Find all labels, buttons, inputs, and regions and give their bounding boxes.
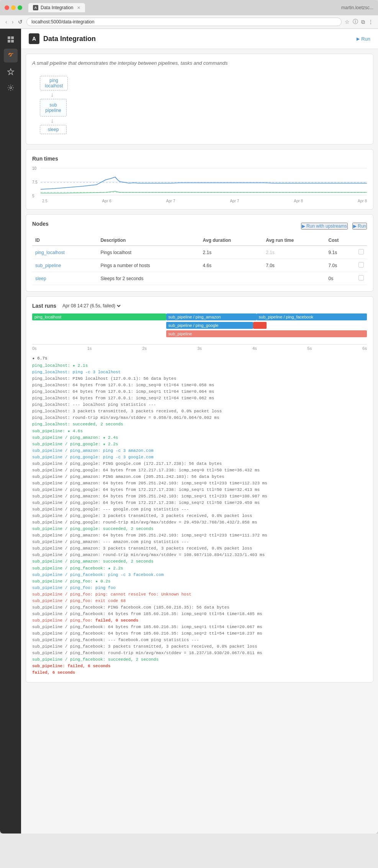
node-desc-ping-localhost: Pings localhost <box>97 246 200 259</box>
address-bar[interactable]: localhost:5000/data-integration <box>26 18 342 26</box>
page-title: Data Integration <box>43 35 96 43</box>
log-line-exit-code: sub_pipeline / ping_foo: exit code 68 <box>32 598 367 604</box>
nodes-run-button[interactable]: ▶ Run <box>352 223 367 230</box>
log-total-time: ★ 6.7s <box>32 355 367 362</box>
header-left: A Data Integration <box>29 33 96 44</box>
svg-marker-4 <box>8 69 14 75</box>
pipeline-arrow-2: ↓ <box>51 117 54 124</box>
log-line: ping_localhost: 3 packets transmitted, 3… <box>32 408 367 415</box>
svg-rect-0 <box>8 36 10 39</box>
log-line: sub_pipeline / ping_facebook: 64 bytes f… <box>32 611 367 617</box>
main-content: A Data Integration ▶ Run A small pipelin… <box>21 29 378 834</box>
sidebar-icon-star[interactable] <box>4 65 18 79</box>
timeline-bar-ping-amazon: sub_pipeline / ping_amazon <box>166 313 257 320</box>
run-selector[interactable]: Apr 08 14:27 (6.5s, failed) <box>61 303 122 309</box>
col-cost: Cost <box>326 235 355 246</box>
sidebar <box>0 29 21 834</box>
last-runs-title: Last runs <box>32 303 56 309</box>
log-line: sub_pipeline / ping_google: 64 bytes fro… <box>32 467 367 474</box>
run-times-title: Run times <box>32 156 367 162</box>
extensions-icon[interactable]: ⧉ <box>361 19 365 25</box>
info-icon[interactable]: ⓘ <box>353 18 358 25</box>
maximize-button[interactable] <box>18 5 22 10</box>
pipeline-node-ping-localhost[interactable]: pinglocalhost <box>40 76 68 90</box>
log-line-foo-error: sub_pipeline / ping_foo: ping: cannot re… <box>32 591 367 598</box>
node-cb-sleep[interactable] <box>355 272 367 285</box>
run-button[interactable]: ▶ Run <box>357 36 370 42</box>
log-section: ★ 6.7s ping_localhost: ★ 2.1s ping_local… <box>32 355 367 676</box>
nodes-header: Nodes ▶ Run with upstreams ▶ Run <box>32 221 367 231</box>
sidebar-icon-grid[interactable] <box>4 33 18 46</box>
node-id-ping-localhost[interactable]: ping_localhost <box>32 246 97 259</box>
back-button[interactable]: ‹ <box>5 18 8 26</box>
run-times-chart <box>41 166 367 197</box>
log-line: ping_localhost: 64 bytes from 127.0.0.1:… <box>32 382 367 389</box>
pipeline-section: A small pipeline that demonstrates the i… <box>26 54 373 144</box>
nodes-run-label: Run <box>358 223 366 229</box>
log-line-foo-failed: sub_pipeline / ping_foo: failed, 0 secon… <box>32 617 367 624</box>
timeline-bar-ping-facebook: sub_pipeline / ping_facebook <box>257 313 367 320</box>
bookmark-icon[interactable]: ☆ <box>345 19 350 25</box>
run-with-upstreams-button[interactable]: ▶ Run with upstreams <box>301 223 348 230</box>
node-avg-dur-sub-pipeline: 4.6s <box>200 259 263 272</box>
log-line: sub_pipeline / ping_facebook: ping -c 3 … <box>32 572 367 578</box>
log-line: sub_pipeline / ping_google: ★ 2.2s <box>32 441 367 448</box>
table-row: sub_pipeline Pings a number of hosts 4.6… <box>32 259 367 272</box>
log-line: sub_pipeline / ping_facebook: --- facebo… <box>32 637 367 643</box>
axis-3s: 3s <box>197 346 202 351</box>
node-cb-sub-pipeline[interactable] <box>355 259 367 272</box>
table-header-row: ID Description Avg duration Avg run time… <box>32 235 367 246</box>
log-line: sub_pipeline / ping_facebook: round-trip… <box>32 650 367 656</box>
node-id-sub-pipeline[interactable]: sub_pipeline <box>32 259 97 272</box>
node-avg-run-sleep <box>263 272 325 285</box>
close-button[interactable] <box>5 5 9 10</box>
log-line: sub_pipeline / ping_amazon: ★ 2.4s <box>32 435 367 441</box>
chart-x-5: Apr 8 <box>358 199 367 203</box>
browser-user: martin.loetzsc... <box>341 5 373 10</box>
log-line-final-failed: failed, 6 seconds <box>32 669 367 676</box>
log-line: sub_pipeline / ping_google: 3 packets tr… <box>32 513 367 519</box>
log-line: ping_localhost: ping -c 3 localhost <box>32 369 367 376</box>
table-row: sleep Sleeps for 2 seconds 0s <box>32 272 367 285</box>
menu-icon[interactable]: ⋮ <box>368 19 373 25</box>
col-avg-dur: Avg duration <box>200 235 263 246</box>
pipeline-node-sub-pipeline[interactable]: subpipeline <box>40 99 67 116</box>
log-line: ping_localhost: succeeded, 2 seconds <box>32 421 367 428</box>
pipeline-node-sleep[interactable]: sleep <box>40 125 67 134</box>
minimize-button[interactable] <box>11 5 16 10</box>
log-line: sub_pipeline / ping_facebook: succeeded,… <box>32 656 367 663</box>
col-id: ID <box>32 235 97 246</box>
log-line: sub_pipeline / ping_amazon: 64 bytes fro… <box>32 480 367 487</box>
log-line: sub_pipeline / ping_amazon: ping -c 3 am… <box>32 448 367 454</box>
nodes-section: Nodes ▶ Run with upstreams ▶ Run <box>26 214 373 292</box>
axis-1s: 1s <box>87 346 92 351</box>
log-line: sub_pipeline: ★ 4.6s <box>32 428 367 435</box>
node-cost-sub-pipeline: 7.0s <box>326 259 355 272</box>
log-line: ping_localhost: ★ 2.1s <box>32 363 367 369</box>
bar-label: sub_pipeline / ping_amazon <box>169 315 221 319</box>
node-cb-ping-localhost[interactable] <box>355 246 367 259</box>
axis-2s: 2s <box>142 346 147 351</box>
node-id-sleep[interactable]: sleep <box>32 272 97 285</box>
log-line: sub_pipeline / ping_google: PING google.… <box>32 461 367 467</box>
col-desc: Description <box>97 235 200 246</box>
sidebar-icon-gear[interactable] <box>4 81 18 95</box>
browser-window: A Data Integration ✕ martin.loetzsc... ‹… <box>0 0 378 834</box>
pipeline-description: A small pipeline that demonstrates the i… <box>32 60 367 66</box>
reload-button[interactable]: ↺ <box>17 18 23 26</box>
axis-4s: 4s <box>252 346 257 351</box>
node-avg-dur-sleep <box>200 272 263 285</box>
log-line: sub_pipeline / ping_google: ping -c 3 go… <box>32 454 367 461</box>
nodes-run-triangle-icon: ▶ <box>353 223 357 229</box>
log-line: ping_localhost: 64 bytes from 127.0.0.1:… <box>32 395 367 402</box>
tab-favicon: A <box>33 5 38 10</box>
last-runs-section: Last runs Apr 08 14:27 (6.5s, failed) pi… <box>26 296 373 683</box>
tab-close-icon[interactable]: ✕ <box>77 5 80 10</box>
browser-tab[interactable]: A Data Integration ✕ <box>28 3 85 12</box>
log-line: sub_pipeline / ping_amazon: PING amazon.… <box>32 474 367 480</box>
chart-y-bot: 5 <box>32 194 39 198</box>
sidebar-icon-wrench[interactable] <box>4 49 18 62</box>
node-desc-sleep: Sleeps for 2 seconds <box>97 272 200 285</box>
forward-button[interactable]: › <box>11 18 15 26</box>
svg-point-5 <box>10 87 11 89</box>
